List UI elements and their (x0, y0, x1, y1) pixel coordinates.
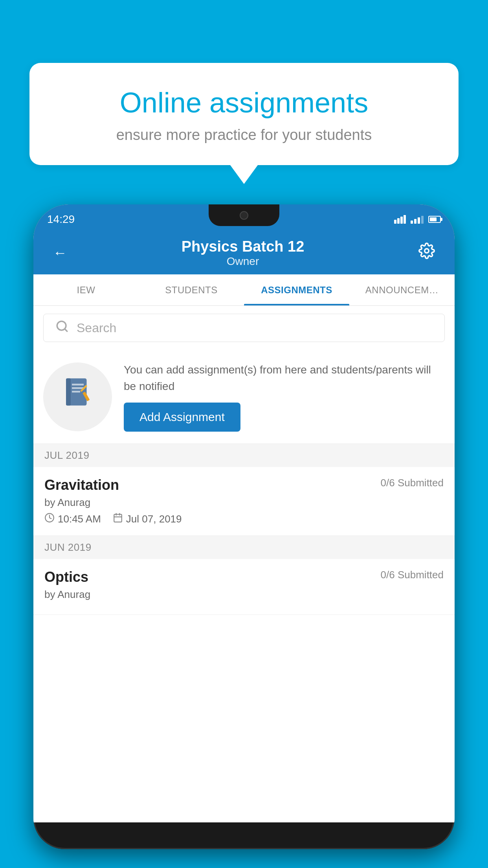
screen-content: Search (33, 306, 455, 822)
tabs-container: IEW STUDENTS ASSIGNMENTS ANNOUNCEM… (33, 274, 455, 306)
assignment-item-gravitation[interactable]: Gravitation 0/6 Submitted by Anurag (33, 467, 455, 536)
status-icons (394, 215, 441, 224)
svg-line-2 (65, 329, 67, 331)
assignment-meta: 10:45 AM Jul 07, 201 (44, 513, 444, 526)
assignment-author: by Anurag (44, 497, 444, 509)
section-header-jun: JUN 2019 (33, 536, 455, 559)
assignment-title: Gravitation (44, 477, 119, 493)
speech-bubble-container: Online assignments ensure more practice … (29, 63, 459, 165)
search-icon (55, 320, 69, 336)
time-value: 10:45 AM (58, 513, 101, 525)
tab-iew[interactable]: IEW (33, 274, 139, 305)
calendar-icon (113, 513, 123, 526)
tab-students[interactable]: STUDENTS (139, 274, 244, 305)
svg-rect-5 (72, 384, 84, 386)
svg-point-0 (425, 249, 429, 253)
phone-container: 14:29 (33, 204, 455, 868)
assignment-title-optics: Optics (44, 569, 88, 585)
assignment-item-optics[interactable]: Optics 0/6 Submitted by Anurag (33, 559, 455, 615)
search-placeholder: Search (77, 321, 116, 335)
promo-section: You can add assignment(s) from here and … (33, 350, 455, 444)
app-header: ← Physics Batch 12 Owner (33, 231, 455, 274)
phone-screen: 14:29 (33, 204, 455, 822)
svg-rect-6 (72, 387, 84, 389)
promo-text-area: You can add assignment(s) from here and … (124, 362, 445, 432)
clock-icon (44, 513, 55, 526)
header-subtitle: Owner (182, 255, 305, 268)
speech-bubble: Online assignments ensure more practice … (29, 63, 459, 165)
tab-announcements[interactable]: ANNOUNCEM… (349, 274, 455, 305)
bubble-subtitle: ensure more practice for your students (57, 127, 431, 143)
svg-rect-7 (72, 391, 80, 393)
notebook-icon (60, 375, 95, 418)
assignment-top-row-optics: Optics 0/6 Submitted (44, 569, 444, 585)
search-container: Search (33, 306, 455, 350)
signal-icon (411, 215, 424, 224)
assignment-time: 10:45 AM (44, 513, 101, 526)
promo-description: You can add assignment(s) from here and … (124, 362, 445, 395)
tab-assignments[interactable]: ASSIGNMENTS (244, 274, 349, 305)
settings-button[interactable] (415, 239, 439, 267)
camera (240, 211, 248, 220)
wifi-icon (394, 215, 406, 224)
assignment-author-optics: by Anurag (44, 588, 444, 601)
add-assignment-button[interactable]: Add Assignment (124, 403, 240, 432)
search-input[interactable]: Search (43, 314, 445, 342)
promo-icon-circle (43, 362, 112, 431)
svg-rect-11 (114, 514, 122, 522)
phone-frame: 14:29 (33, 204, 455, 849)
date-value: Jul 07, 2019 (126, 513, 182, 525)
assignment-submitted-optics: 0/6 Submitted (381, 569, 444, 581)
header-center: Physics Batch 12 Owner (182, 238, 305, 268)
section-header-jul: JUL 2019 (33, 444, 455, 467)
header-title: Physics Batch 12 (182, 238, 305, 255)
svg-rect-4 (66, 378, 71, 405)
phone-notch (209, 204, 279, 226)
battery-icon (428, 216, 441, 223)
assignment-submitted: 0/6 Submitted (381, 477, 444, 489)
back-button[interactable]: ← (49, 241, 71, 265)
bubble-title: Online assignments (57, 86, 431, 119)
status-time: 14:29 (47, 213, 75, 226)
assignment-top-row: Gravitation 0/6 Submitted (44, 477, 444, 493)
assignment-date: Jul 07, 2019 (113, 513, 182, 526)
